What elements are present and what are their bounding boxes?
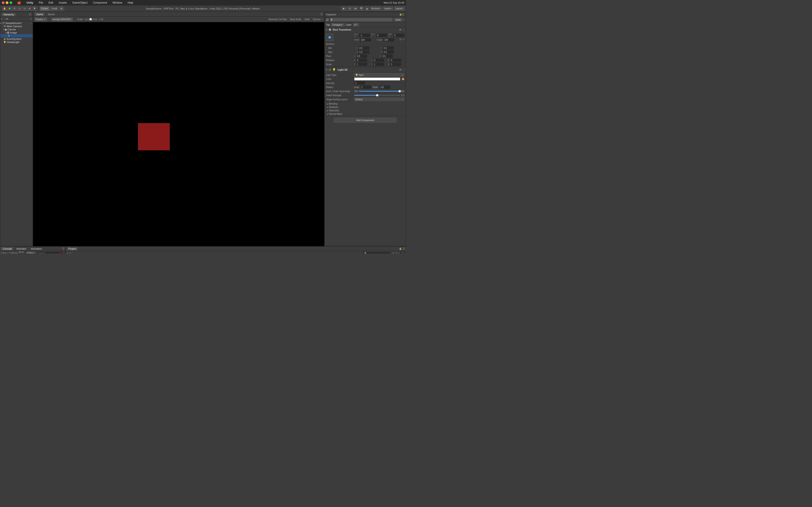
posx-input[interactable] bbox=[359, 34, 370, 37]
game-display-dropdown[interactable]: Display 1▾ bbox=[35, 17, 47, 21]
color-swatch[interactable] bbox=[354, 77, 400, 80]
color-picker-icon[interactable]: 🎨 bbox=[402, 78, 404, 80]
anchor-min-x-input[interactable] bbox=[358, 46, 369, 50]
project-tab[interactable]: Project bbox=[67, 247, 78, 250]
apple-menu[interactable]: 🍎 bbox=[17, 1, 21, 5]
menu-window[interactable]: Window bbox=[111, 1, 123, 5]
scene-tab[interactable]: Scene bbox=[46, 12, 56, 16]
hierarchy-item-image[interactable]: ▾ 🖼 Image bbox=[0, 31, 33, 34]
layout-dropdown[interactable]: Layout▾ bbox=[394, 6, 405, 11]
close-button[interactable] bbox=[2, 1, 5, 4]
light2d-more[interactable]: ⋯ bbox=[402, 69, 404, 71]
menu-file[interactable]: File bbox=[38, 1, 44, 5]
spot-angle-track[interactable] bbox=[359, 91, 400, 92]
inner-input[interactable] bbox=[360, 85, 371, 89]
falloff-track[interactable] bbox=[354, 95, 400, 96]
console-tab[interactable]: Console bbox=[1, 247, 14, 250]
resolution-dropdown[interactable]: wwebgl (900x600)▾ bbox=[51, 17, 73, 21]
width-input[interactable] bbox=[360, 38, 371, 42]
account-dropdown[interactable]: Account▾ bbox=[370, 6, 382, 11]
minimize-button[interactable] bbox=[6, 1, 8, 4]
menu-assets[interactable]: Assets bbox=[58, 1, 68, 5]
intensity-input[interactable] bbox=[354, 81, 365, 85]
mute-audio-btn[interactable]: Mute Audio bbox=[290, 18, 301, 20]
pivot-x-input[interactable] bbox=[356, 54, 367, 58]
project-search-input[interactable] bbox=[363, 252, 390, 254]
console-search-input[interactable] bbox=[37, 252, 60, 254]
hierarchy-add-btn[interactable]: + bbox=[1, 17, 3, 20]
anchor-min-y-input[interactable] bbox=[383, 46, 394, 50]
maximize-button[interactable] bbox=[9, 1, 12, 4]
light2d-checkbox[interactable]: ✓ bbox=[329, 68, 331, 71]
project-lock[interactable]: 🔒 bbox=[399, 247, 402, 250]
hierarchy-menu[interactable]: ☰ bbox=[29, 13, 31, 16]
inspector-lock[interactable]: 🔒 bbox=[399, 13, 402, 16]
hierarchy-item-eventsystem[interactable]: ⚡ EventSystem bbox=[0, 37, 33, 41]
custom-tool[interactable]: ⚑ bbox=[32, 6, 37, 11]
target-sorting-dropdown[interactable]: Default ▾ bbox=[354, 98, 404, 101]
posy-input[interactable] bbox=[376, 34, 388, 37]
project-menu[interactable]: ☰ bbox=[403, 247, 405, 250]
object-name-input[interactable] bbox=[329, 18, 393, 22]
hierarchy-item-maincamera[interactable]: 📷 Main Camera bbox=[0, 25, 33, 28]
hierarchy-item-globallight[interactable]: 💡 GlobalLight bbox=[0, 41, 33, 44]
rect-tool[interactable]: ▭ bbox=[22, 6, 27, 11]
anchor-max-x-input[interactable] bbox=[358, 50, 369, 54]
clear-btn[interactable]: Clear bbox=[1, 252, 6, 253]
gizmos-btn[interactable]: Gizmos bbox=[313, 18, 320, 20]
anchor-grid[interactable] bbox=[326, 34, 333, 41]
rotate-tool[interactable]: ↻ bbox=[12, 6, 17, 11]
rect-transform-header[interactable]: ▾ ⊞ Rect Transform ⚙ ⋯ bbox=[325, 27, 406, 32]
all-filter[interactable]: All bbox=[6, 18, 8, 20]
rt-reset-icon[interactable]: ↺ bbox=[403, 38, 404, 42]
rt-link-icon[interactable]: ⛓ bbox=[399, 38, 402, 42]
collab-btn[interactable]: ☁ bbox=[365, 6, 369, 11]
hierarchy-search-icon[interactable]: ⊙ bbox=[30, 18, 32, 20]
project-add-btn[interactable]: + bbox=[67, 252, 68, 254]
light2d-settings[interactable]: ⚙ bbox=[399, 69, 401, 71]
scene-menu[interactable]: ⋯ bbox=[30, 22, 33, 24]
center-btn[interactable]: Center bbox=[40, 6, 50, 11]
project-eye-icon[interactable]: 👁 bbox=[392, 252, 395, 253]
object-enabled-checkbox[interactable]: ✓ bbox=[326, 18, 329, 21]
layers-dropdown[interactable]: Layers▾ bbox=[383, 6, 393, 11]
light2d-header[interactable]: ▾ ✓ 💡 Light 2D ⚙ ⋯ bbox=[325, 67, 406, 72]
console-menu[interactable]: ☰ bbox=[62, 247, 64, 250]
pause-button[interactable]: ⏸ bbox=[347, 6, 353, 11]
step-button[interactable]: ⏭ bbox=[353, 6, 358, 11]
transform-tool[interactable]: ✦ bbox=[27, 6, 32, 11]
maximize-on-play-btn[interactable]: Maximize On Play bbox=[269, 18, 287, 20]
scale-slider[interactable] bbox=[84, 18, 98, 20]
menu-help[interactable]: Help bbox=[126, 1, 134, 5]
menu-component[interactable]: Component bbox=[92, 1, 108, 5]
project-grid-icon[interactable]: ⊞ bbox=[395, 252, 397, 253]
rot-y-input[interactable] bbox=[373, 58, 384, 62]
stats-btn[interactable]: Stats bbox=[305, 18, 310, 20]
move-tool[interactable]: ✥ bbox=[7, 6, 12, 11]
scale-x-input[interactable] bbox=[356, 62, 367, 66]
play-button[interactable]: ▶ bbox=[341, 6, 347, 11]
rot-x-input[interactable] bbox=[356, 58, 367, 62]
hierarchy-tab[interactable]: Hierarchy bbox=[2, 13, 16, 16]
normal-maps-collapse[interactable]: ▸ Normal Maps bbox=[325, 112, 406, 116]
game-tab[interactable]: Game bbox=[35, 12, 45, 16]
shadows-collapse[interactable]: ▸ Shadows bbox=[325, 106, 406, 109]
search-btn[interactable]: 🔍 bbox=[359, 6, 364, 11]
volumetric-collapse[interactable]: ▸ Volumetric bbox=[325, 109, 406, 112]
rot-z-input[interactable] bbox=[390, 58, 401, 62]
tag-dropdown[interactable]: Untagged ▾ bbox=[331, 23, 344, 26]
height-input[interactable] bbox=[383, 38, 395, 42]
error-pause-btn[interactable]: Error Pause bbox=[19, 251, 25, 254]
animator-tab[interactable]: Animator bbox=[14, 247, 28, 250]
game-scene-menu[interactable]: ☰ bbox=[320, 13, 323, 16]
project-settings-btn[interactable]: ⚙ bbox=[69, 252, 71, 253]
editor-dropdown[interactable]: Editor ▾ bbox=[26, 251, 36, 253]
hierarchy-item-samplescene[interactable]: ▸ 🎬 SampleScene* ⋯ bbox=[0, 21, 33, 25]
anchor-max-y-input[interactable] bbox=[383, 50, 394, 54]
layer-dropdown[interactable]: UI ▾ bbox=[353, 23, 359, 26]
posz-input[interactable] bbox=[393, 34, 404, 37]
rt-more[interactable]: ⋯ bbox=[402, 29, 404, 31]
menu-gameobject[interactable]: GameObject bbox=[71, 1, 88, 5]
animation-tab[interactable]: Animation bbox=[29, 247, 44, 250]
scale-z-input[interactable] bbox=[390, 62, 401, 66]
